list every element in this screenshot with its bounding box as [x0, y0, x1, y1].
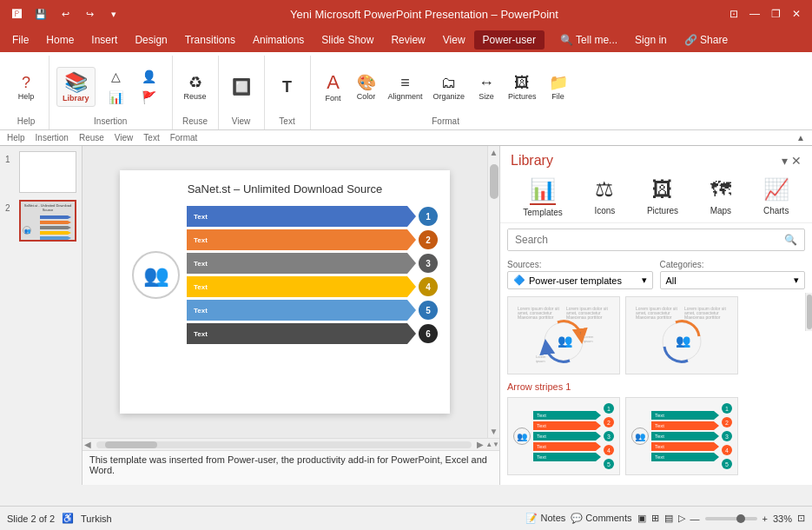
- view-label: View: [115, 133, 134, 142]
- library-pin-button[interactable]: ▾: [782, 154, 788, 168]
- view-normal-button[interactable]: ▣: [637, 513, 646, 524]
- menu-slideshow[interactable]: Slide Show: [313, 30, 382, 50]
- chart-button[interactable]: 📊: [101, 88, 132, 107]
- h-scroll-thumb[interactable]: [105, 441, 157, 448]
- view-reading-button[interactable]: ▤: [664, 513, 673, 524]
- shape-button[interactable]: △: [101, 67, 132, 86]
- view-slideshow-button[interactable]: ▷: [678, 513, 685, 524]
- tab-icons[interactable]: ⚖ Icons: [587, 176, 622, 219]
- close-button[interactable]: ✕: [788, 5, 805, 23]
- zoom-plus-button[interactable]: +: [762, 513, 768, 524]
- text-button[interactable]: T: [272, 76, 303, 99]
- menu-share[interactable]: 🔗 Share: [676, 30, 736, 50]
- categories-filter: Categories: All ▾: [660, 260, 806, 289]
- tab-charts-label: Charts: [763, 206, 789, 215]
- zoom-thumb[interactable]: [736, 514, 745, 523]
- notes-button[interactable]: 📝 Notes: [525, 513, 565, 524]
- comments-button[interactable]: 💬 Comments: [571, 513, 631, 524]
- menu-tellme[interactable]: 🔍 Tell me...: [551, 30, 626, 50]
- font-button[interactable]: A Font: [318, 69, 349, 105]
- organize-button[interactable]: 🗂 Organize: [429, 71, 470, 103]
- template-card-1[interactable]: Lorem ipsum dolor sit amet, consectetur …: [507, 296, 798, 374]
- icon-button[interactable]: 👤: [134, 67, 165, 86]
- menu-design[interactable]: Design: [126, 30, 175, 50]
- size-button[interactable]: ↔ Size: [471, 71, 502, 103]
- status-right: 📝 Notes 💬 Comments ▣ ⊞ ▤ ▷ — + 33% ⊡: [525, 513, 805, 524]
- tab-templates[interactable]: 📊 Templates: [516, 176, 570, 219]
- status-left: Slide 2 of 2 ♿ Turkish: [7, 513, 112, 524]
- file-button[interactable]: 📁 File: [543, 70, 574, 103]
- library-scroll-thumb[interactable]: [807, 295, 812, 329]
- zoom-slider[interactable]: [705, 517, 757, 520]
- vertical-scrollbar[interactable]: ▲ ▼: [487, 146, 499, 438]
- title-bar: 🅿 💾 ↩ ↪ ▾ Yeni Microsoft PowerPoint Pres…: [0, 0, 812, 28]
- sources-value: Power-user templates: [529, 275, 622, 286]
- menu-signin[interactable]: Sign in: [626, 30, 676, 50]
- pictures-button[interactable]: 🖼 Pictures: [504, 71, 541, 103]
- status-bar: Slide 2 of 2 ♿ Turkish 📝 Notes 💬 Comment…: [0, 506, 812, 530]
- menu-home[interactable]: Home: [37, 30, 83, 50]
- menu-file[interactable]: File: [3, 30, 37, 50]
- menu-view[interactable]: View: [434, 30, 474, 50]
- reuse-button[interactable]: ♻ Reuse: [180, 70, 211, 103]
- categories-select[interactable]: All ▾: [660, 271, 806, 289]
- slide-circle-icon: 👥: [132, 251, 180, 299]
- format-label: Format: [170, 133, 198, 142]
- template-thumb-left-2: 👥 Text Text Text Text Text: [507, 397, 620, 475]
- thumb3-circle: 👥: [631, 427, 649, 445]
- horizontal-scrollbar[interactable]: ◀ ▶ ▲ ▼: [83, 438, 499, 450]
- tab-charts[interactable]: 📈 Charts: [756, 176, 796, 219]
- sources-label: Sources:: [507, 260, 653, 269]
- alignment-button[interactable]: ≡ Alignment: [384, 71, 427, 103]
- customize-qat-button[interactable]: ▾: [104, 4, 123, 23]
- title-bar-right: ⊡ — ❐ ✕: [725, 5, 805, 23]
- sources-select[interactable]: 🔷 Power-user templates ▾: [507, 271, 653, 289]
- menu-poweruser[interactable]: Power-user: [474, 30, 545, 50]
- library-scrollbar[interactable]: [805, 293, 812, 331]
- thumb-circle: 👥: [23, 226, 31, 235]
- restore-button[interactable]: ❐: [767, 5, 784, 23]
- arrow-body-6: Text: [187, 323, 416, 344]
- pictures-tab-icon: 🖼: [652, 177, 673, 203]
- arrow-num-4: 4: [419, 277, 438, 296]
- app-icon: 🅿: [7, 4, 26, 23]
- zoom-level: 33%: [773, 513, 792, 524]
- tab-pictures[interactable]: 🖼 Pictures: [640, 176, 685, 219]
- search-button[interactable]: 🔍: [777, 230, 804, 249]
- menu-animations[interactable]: Animations: [244, 30, 313, 50]
- view-slidesorter-button[interactable]: ⊞: [651, 513, 659, 524]
- fit-to-window-button[interactable]: ⊡: [797, 513, 805, 524]
- arrow-num-1: 1: [419, 207, 438, 226]
- flag-button[interactable]: 🚩: [134, 88, 165, 107]
- slide-thumb-2[interactable]: 2 SaNet.st - Unlimited Download Source 👥: [3, 198, 78, 243]
- window-resize-button[interactable]: ⊡: [725, 5, 743, 23]
- library-close-button[interactable]: ✕: [791, 154, 802, 168]
- zoom-minus-button[interactable]: —: [690, 513, 700, 524]
- scroll-thumb[interactable]: [490, 164, 498, 199]
- view-toggle-button[interactable]: 🔲: [226, 75, 257, 99]
- tab-maps-label: Maps: [710, 206, 731, 215]
- below-ribbon: Help Insertion Reuse View Text Format ▲: [0, 130, 812, 146]
- arrow-row-3: Text 3: [187, 253, 438, 274]
- template-card-2[interactable]: 👥 Text Text Text Text Text: [507, 397, 798, 475]
- menu-review[interactable]: Review: [382, 30, 433, 50]
- menu-bar: File Home Insert Design Transitions Anim…: [0, 28, 812, 52]
- menu-insert[interactable]: Insert: [83, 30, 126, 50]
- tab-maps[interactable]: 🗺 Maps: [703, 176, 738, 219]
- library-button[interactable]: 📚 Library: [56, 67, 96, 107]
- redo-button[interactable]: ↪: [80, 4, 99, 23]
- color-button[interactable]: 🎨 Color: [351, 70, 382, 103]
- slide-thumb-1[interactable]: 1: [3, 149, 78, 195]
- search-input[interactable]: [508, 229, 777, 250]
- ribbon-group-text: T Text: [265, 56, 311, 129]
- menu-transitions[interactable]: Transitions: [176, 30, 244, 50]
- help-group-label: Help: [17, 116, 36, 128]
- minimize-button[interactable]: —: [746, 5, 763, 23]
- svg-text:Maecenas porttitor: Maecenas porttitor: [566, 315, 603, 320]
- collapse-ribbon-button[interactable]: ▲: [796, 133, 805, 142]
- help-button[interactable]: ? Help: [10, 71, 42, 103]
- slide-viewport[interactable]: SaNet.st – Unlimited Download Source 👥 T…: [83, 146, 487, 438]
- save-button[interactable]: 💾: [31, 4, 50, 23]
- library-controls: ▾ ✕: [782, 154, 802, 168]
- undo-button[interactable]: ↩: [56, 4, 75, 23]
